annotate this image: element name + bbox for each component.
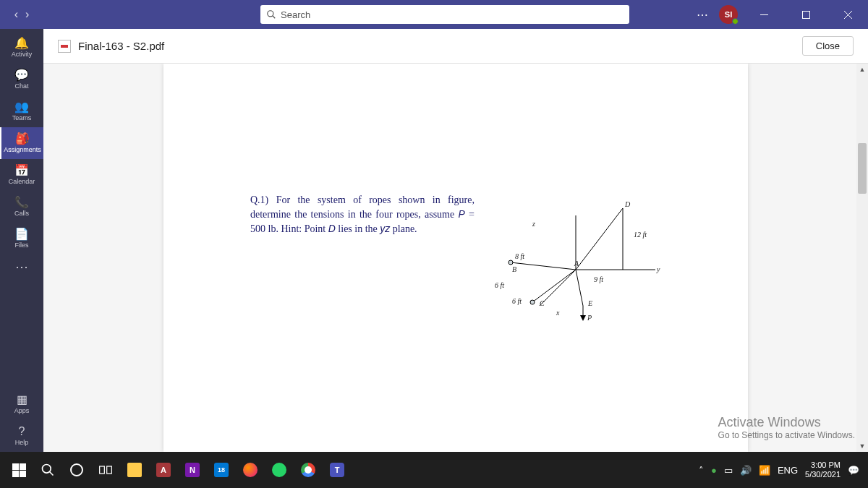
- tray-volume-icon[interactable]: 🔊: [740, 465, 752, 476]
- taskbar-search-icon[interactable]: [33, 452, 62, 488]
- file-explorer-icon[interactable]: [120, 452, 149, 488]
- tray-chevron-icon[interactable]: ˄: [699, 465, 704, 476]
- firefox-icon[interactable]: [236, 452, 265, 488]
- rail-label: Teams: [12, 114, 32, 121]
- scroll-up-icon[interactable]: ▲: [856, 64, 868, 75]
- svg-marker-17: [580, 315, 586, 321]
- label-x: x: [556, 309, 560, 317]
- scroll-down-icon[interactable]: ▼: [856, 440, 868, 452]
- search-box[interactable]: Search: [260, 5, 629, 24]
- more-options-icon[interactable]: ⋯: [697, 8, 709, 22]
- svg-line-12: [532, 270, 576, 302]
- tray-language[interactable]: ENG: [778, 465, 798, 476]
- pdf-page: Q.1) For the system of ropes shown in fi…: [163, 64, 748, 452]
- search-icon: [266, 9, 276, 20]
- label-A: A: [574, 260, 579, 267]
- svg-line-1: [273, 16, 276, 19]
- svg-line-10: [576, 208, 623, 270]
- rail-label: Activity: [12, 51, 33, 58]
- tray-time: 3:00 PM: [805, 461, 841, 470]
- tray-wifi-icon[interactable]: 📶: [759, 465, 770, 476]
- label-C: C: [540, 299, 545, 307]
- windows-taskbar: A N 18 T ˄ ● ▭ 🔊 📶 ENG 3:00 PM 5/30/2021…: [0, 452, 868, 488]
- close-window-button[interactable]: [832, 0, 864, 29]
- rail-label: Apps: [14, 407, 30, 414]
- presence-indicator: [732, 18, 739, 25]
- label-y: y: [656, 265, 660, 273]
- start-button[interactable]: [4, 452, 33, 488]
- calendar-app-icon[interactable]: 18: [207, 452, 236, 488]
- svg-rect-20: [100, 466, 105, 474]
- label-P: P: [587, 314, 592, 322]
- chat-icon: 💬: [14, 69, 29, 81]
- pdf-viewer[interactable]: Q.1) For the system of ropes shown in fi…: [43, 64, 868, 452]
- action-center-icon[interactable]: 💬: [848, 465, 859, 476]
- nav-back-icon[interactable]: ‹: [14, 8, 18, 21]
- title-bar: ‹ › Search ⋯ SI: [0, 0, 868, 29]
- bell-icon: 🔔: [14, 38, 29, 49]
- rail-label: Calls: [14, 210, 29, 217]
- rail-calendar[interactable]: 📅 Calendar: [0, 159, 43, 191]
- rail-label: Calendar: [9, 178, 35, 185]
- svg-point-14: [509, 260, 513, 265]
- task-view-icon[interactable]: [91, 452, 120, 488]
- svg-point-18: [43, 465, 51, 474]
- doc-filename: Final-163 - S2.pdf: [78, 40, 164, 52]
- access-icon[interactable]: A: [149, 452, 178, 488]
- pdf-icon: [58, 40, 71, 53]
- label-12: 12 ft: [634, 231, 647, 239]
- rail-files[interactable]: 📄 Files: [0, 223, 43, 254]
- svg-point-15: [530, 300, 535, 304]
- doc-header: Final-163 - S2.pdf Close: [43, 29, 868, 64]
- svg-line-8: [540, 270, 576, 306]
- label-B: B: [512, 265, 516, 273]
- help-icon: ?: [19, 426, 25, 437]
- avatar[interactable]: SI: [719, 5, 738, 24]
- close-doc-button[interactable]: Close: [802, 36, 854, 56]
- maximize-button[interactable]: [790, 0, 822, 29]
- rail-chat[interactable]: 💬 Chat: [0, 64, 43, 95]
- rail-help[interactable]: ? Help: [0, 420, 43, 452]
- label-8: 8 ft: [515, 252, 524, 260]
- title-bar-right: ⋯ SI: [697, 0, 868, 29]
- search-placeholder: Search: [281, 9, 310, 20]
- rail-more-icon[interactable]: ⋯: [15, 259, 28, 275]
- rail-label: Files: [14, 241, 28, 249]
- label-E: E: [587, 299, 592, 307]
- rope-diagram: D 12 ft y 9 ft A 8 ft B 6 ft 6 ft C x E …: [489, 194, 677, 324]
- rail-teams[interactable]: 👥 Teams: [0, 95, 43, 127]
- rail-label: Chat: [14, 82, 28, 90]
- tray-battery-icon[interactable]: ▭: [724, 465, 733, 476]
- label-9: 9 ft: [594, 275, 603, 283]
- rail-label: Assignments: [4, 146, 41, 153]
- rail-apps[interactable]: ▦ Apps: [0, 388, 43, 420]
- chrome-icon[interactable]: [294, 452, 323, 488]
- scroll-thumb[interactable]: [858, 143, 867, 194]
- tray-date: 5/30/2021: [805, 470, 841, 479]
- history-nav: ‹ ›: [0, 8, 43, 21]
- tray-security-icon[interactable]: ●: [711, 465, 717, 476]
- apps-icon: ▦: [17, 394, 27, 406]
- vertical-scrollbar[interactable]: ▲ ▼: [856, 64, 868, 452]
- label-6a: 6 ft: [495, 281, 504, 289]
- nav-forward-icon[interactable]: ›: [25, 8, 29, 21]
- label-z: z: [532, 220, 535, 228]
- rail-label: Help: [15, 439, 29, 446]
- whatsapp-icon[interactable]: [265, 452, 294, 488]
- teams-icon: 👥: [14, 101, 29, 113]
- teams-taskbar-icon[interactable]: T: [323, 452, 352, 488]
- tray-clock[interactable]: 3:00 PM 5/30/2021: [805, 461, 841, 479]
- cortana-icon[interactable]: [62, 452, 91, 488]
- system-tray: ˄ ● ▭ 🔊 📶 ENG 3:00 PM 5/30/2021 💬: [699, 461, 864, 479]
- onenote-icon[interactable]: N: [178, 452, 207, 488]
- main-area: Final-163 - S2.pdf Close Q.1) For the sy…: [43, 29, 868, 452]
- rail-activity[interactable]: 🔔 Activity: [0, 32, 43, 64]
- minimize-button[interactable]: [748, 0, 780, 29]
- svg-line-11: [511, 262, 576, 270]
- question-text: Q.1) For the system of ropes shown in fi…: [250, 194, 475, 236]
- windows-logo-icon: [12, 463, 26, 477]
- rail-calls[interactable]: 📞 Calls: [0, 191, 43, 223]
- rail-assignments[interactable]: 🎒 Assignments: [0, 127, 43, 159]
- avatar-initials: SI: [725, 10, 732, 19]
- doc-title: Final-163 - S2.pdf: [58, 40, 164, 53]
